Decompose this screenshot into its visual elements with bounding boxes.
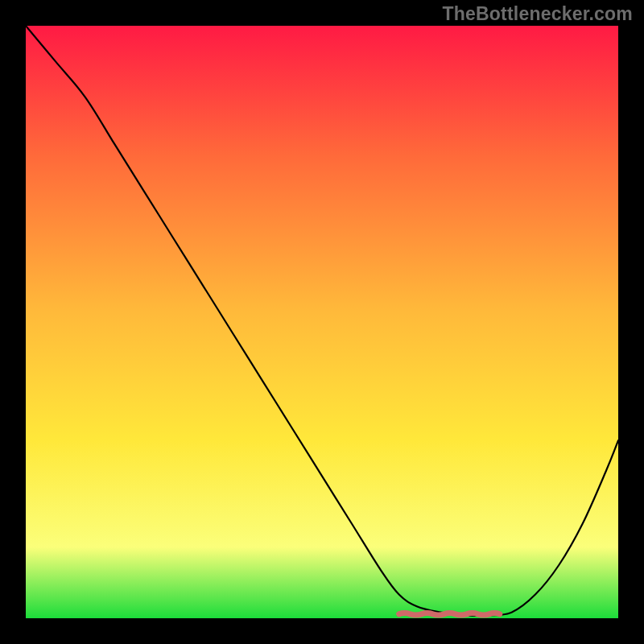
gradient-background [26,26,618,618]
outer-frame: TheBottlenecker.com [0,0,644,644]
plot-area [26,26,618,618]
flat-region-highlight [399,613,500,616]
watermark-text: TheBottlenecker.com [443,3,633,25]
chart-svg [26,26,618,618]
